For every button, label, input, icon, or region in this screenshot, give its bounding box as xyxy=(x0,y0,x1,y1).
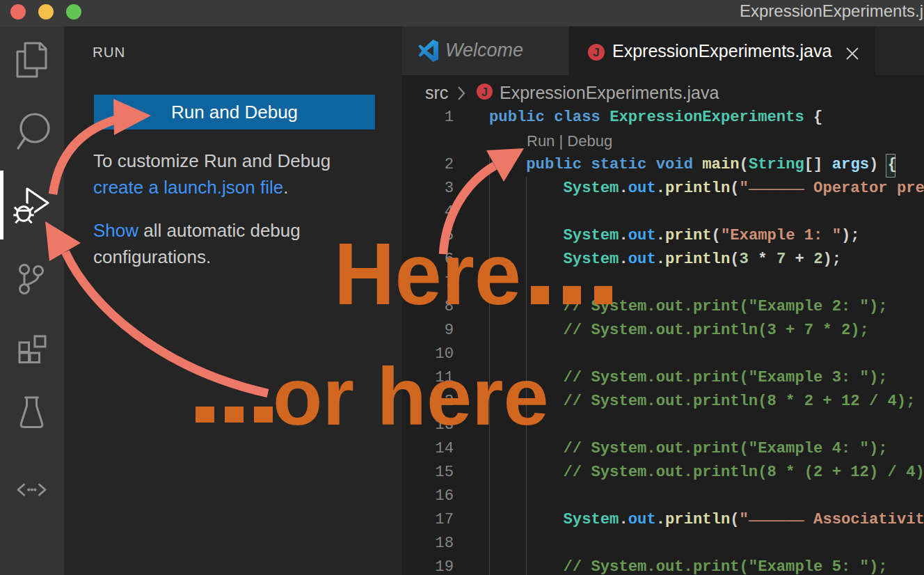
svg-text:J: J xyxy=(593,46,599,59)
svg-text:J: J xyxy=(481,86,488,98)
